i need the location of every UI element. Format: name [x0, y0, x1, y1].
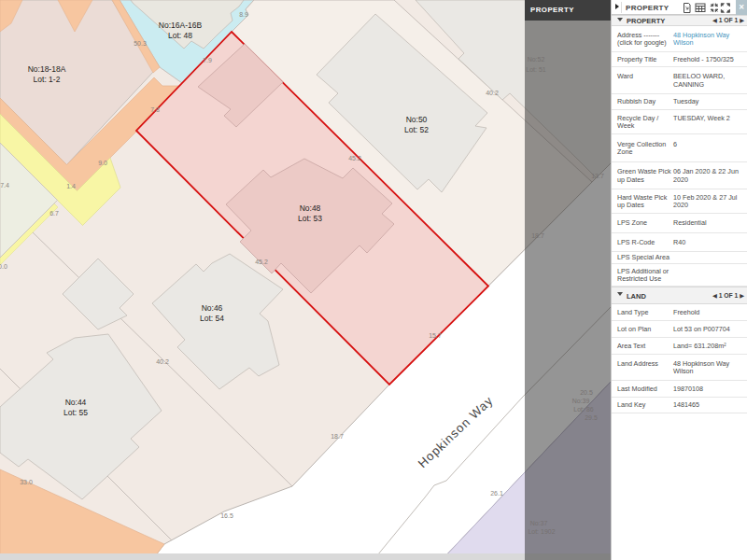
svg-text:7.8: 7.8 — [150, 106, 160, 113]
svg-text:No:46: No:46 — [202, 303, 223, 313]
svg-text:9.0: 9.0 — [98, 160, 107, 166]
svg-text:Lot: 53: Lot: 53 — [298, 214, 322, 223]
svg-text:7.9: 7.9 — [203, 57, 212, 63]
svg-text:26.1: 26.1 — [490, 490, 503, 497]
svg-text:45.2: 45.2 — [255, 259, 268, 265]
svg-text:45.2: 45.2 — [348, 155, 361, 161]
svg-text:No:44: No:44 — [65, 398, 87, 407]
svg-text:No:16A-16B: No:16A-16B — [159, 21, 203, 30]
svg-text:18.7: 18.7 — [331, 433, 344, 440]
svg-text:1.4: 1.4 — [66, 183, 76, 189]
svg-text:Lot: 52: Lot: 52 — [404, 125, 429, 134]
svg-text:33.0: 33.0 — [20, 479, 33, 485]
svg-text:40.0: 40.0 — [0, 263, 7, 270]
svg-text:Lot: 55: Lot: 55 — [63, 408, 88, 417]
svg-text:40.2: 40.2 — [486, 90, 499, 96]
svg-text:No:50: No:50 — [406, 115, 428, 124]
svg-text:7.4: 7.4 — [0, 182, 9, 189]
svg-text:Lot: 1-2: Lot: 1-2 — [34, 75, 61, 84]
svg-text:8.9: 8.9 — [239, 11, 248, 18]
svg-text:40.2: 40.2 — [156, 358, 169, 365]
svg-text:Lot: 54: Lot: 54 — [200, 314, 224, 323]
svg-text:Lot: 48: Lot: 48 — [168, 31, 192, 40]
svg-text:No:48: No:48 — [300, 203, 321, 213]
svg-text:15.7: 15.7 — [429, 332, 442, 339]
svg-text:50.3: 50.3 — [134, 40, 147, 47]
svg-text:6.7: 6.7 — [49, 210, 59, 217]
svg-text:No:18-18A: No:18-18A — [28, 64, 66, 74]
svg-text:16.5: 16.5 — [220, 512, 233, 519]
